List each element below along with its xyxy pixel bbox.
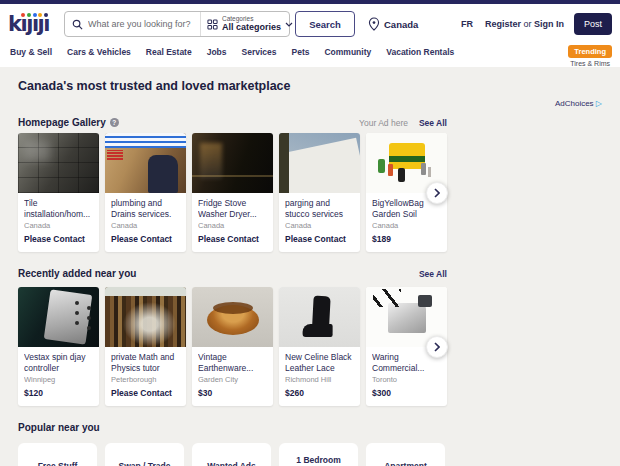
image-shape: [378, 159, 385, 173]
listing-image: [105, 287, 186, 347]
language-toggle[interactable]: FR: [461, 19, 473, 29]
nav-item-community[interactable]: Community: [324, 47, 371, 57]
grid-icon: [207, 19, 218, 30]
search-input[interactable]: [88, 19, 200, 29]
register-signin-link[interactable]: Register or Sign In: [485, 19, 564, 29]
nav-item-real-estate[interactable]: Real Estate: [146, 47, 192, 57]
image-shape: [148, 155, 178, 193]
listing-card[interactable]: plumbing and Drains services. ... Canada…: [105, 133, 186, 252]
listing-title: private Math and Physics tutor: [111, 352, 180, 374]
recently-added-section: Recently added near you See All Vestax s…: [18, 268, 447, 406]
popular-button-apartment[interactable]: Apartment: [366, 443, 445, 466]
listing-price: Please Contact: [198, 234, 267, 244]
listing-location: Garden City: [198, 375, 267, 385]
listing-image: [18, 287, 99, 347]
listing-image: [105, 133, 186, 193]
image-shape: [279, 133, 289, 193]
listing-title: Tile installation/hom...: [24, 198, 93, 220]
listing-price: Please Contact: [111, 234, 180, 244]
listing-card[interactable]: Tile installation/hom... Canada Please C…: [18, 133, 99, 252]
image-shape: [279, 138, 360, 193]
listing-location: Canada: [198, 221, 267, 231]
nav-item-jobs[interactable]: Jobs: [207, 47, 227, 57]
image-shape: [200, 143, 222, 179]
nav-item-vacation-rentals[interactable]: Vacation Rentals: [386, 47, 454, 57]
register-label: Register: [485, 19, 521, 29]
popular-button-wanted-ads[interactable]: Wanted Ads: [192, 443, 271, 466]
nav-item-pets[interactable]: Pets: [292, 47, 310, 57]
listing-card[interactable]: Vestax spin djay controller Winnipeg $12…: [18, 287, 99, 406]
search-button[interactable]: Search: [295, 11, 355, 37]
listing-title: New Celine Black Leather Lace Up...: [285, 352, 354, 374]
listing-title: Fridge Stove Washer Dryer...: [198, 198, 267, 220]
gallery-section-title: Homepage Gallery: [18, 117, 106, 128]
popular-button-free-stuff[interactable]: Free Stuff: [18, 443, 97, 466]
trending-badge[interactable]: Trending: [568, 45, 612, 58]
listing-location: Canada: [285, 221, 354, 231]
post-ad-button[interactable]: Post: [574, 13, 612, 35]
image-shape: [192, 175, 273, 177]
popular-button-swap-trade[interactable]: Swap / Trade: [105, 443, 184, 466]
chevron-right-icon: [434, 188, 440, 198]
listing-location: Canada: [111, 221, 180, 231]
categories-dropdown[interactable]: Categories All categories: [200, 12, 299, 36]
your-ad-here-link[interactable]: Your Ad here: [359, 118, 408, 128]
nav-item-cars-vehicles[interactable]: Cars & Vehicles: [67, 47, 131, 57]
listing-image: [192, 133, 273, 193]
listing-price: $189: [372, 234, 441, 244]
image-shape: [107, 150, 123, 160]
popular-button-1-bedroom-apartment[interactable]: 1 Bedroom Apartment: [279, 443, 358, 466]
homepage-gallery-section: Homepage Gallery ? Your Ad here See All …: [18, 117, 447, 252]
trending-widget: Trending Tires & Rims: [568, 40, 612, 67]
image-shape: [389, 143, 425, 169]
trending-item-label[interactable]: Tires & Rims: [568, 60, 612, 67]
image-shape: [388, 303, 426, 333]
listing-card[interactable]: private Math and Physics tutor Peterboro…: [105, 287, 186, 406]
recent-next-button[interactable]: [426, 336, 448, 358]
main-content: Canada's most trusted and loved marketpl…: [0, 79, 620, 466]
location-selector[interactable]: Canada: [368, 17, 418, 31]
image-shape: [373, 289, 401, 307]
listing-price: $300: [372, 388, 441, 398]
category-nav: Buy & Sell Cars & Vehicles Real Estate J…: [8, 38, 612, 67]
listing-image: [279, 133, 360, 193]
listing-price: Please Contact: [111, 388, 180, 398]
listing-location: Peterborough: [111, 375, 180, 385]
adchoices-link[interactable]: AdChoices ▷: [18, 99, 602, 108]
adchoices-icon: ▷: [596, 99, 602, 108]
popular-section-title: Popular near you: [18, 422, 100, 433]
page-tagline: Canada's most trusted and loved marketpl…: [18, 79, 602, 93]
listing-card[interactable]: Vintage Earthenware... Garden City $30: [192, 287, 273, 406]
listing-image: [279, 287, 360, 347]
listing-location: Richmond Hill: [285, 375, 354, 385]
listing-card[interactable]: parging and stucco services Canada Pleas…: [279, 133, 360, 252]
image-shape: [105, 133, 186, 148]
kijiji-logo[interactable]: kıȷıȷı: [8, 14, 56, 35]
nav-item-services[interactable]: Services: [242, 47, 277, 57]
gallery-next-button[interactable]: [426, 182, 448, 204]
chevron-down-icon: [285, 22, 293, 27]
location-pin-icon: [368, 17, 380, 31]
listing-location: Toronto: [372, 375, 441, 385]
listing-card[interactable]: Fridge Stove Washer Dryer... Canada Plea…: [192, 133, 273, 252]
listing-price: $120: [24, 388, 93, 398]
listing-card[interactable]: New Celine Black Leather Lace Up... Rich…: [279, 287, 360, 406]
listing-location: Canada: [372, 221, 441, 231]
listing-location: Canada: [24, 221, 93, 231]
listing-price: $260: [285, 388, 354, 398]
image-shape: [75, 301, 79, 305]
nav-item-buy-sell[interactable]: Buy & Sell: [10, 47, 52, 57]
or-label: or: [523, 19, 531, 29]
help-icon[interactable]: ?: [110, 118, 119, 127]
signin-label: Sign In: [534, 19, 564, 29]
listing-title: plumbing and Drains services. ...: [111, 198, 180, 220]
listing-title: Vestax spin djay controller: [24, 352, 93, 374]
listing-location: Winnipeg: [24, 375, 93, 385]
gallery-see-all-link[interactable]: See All: [419, 118, 447, 128]
image-shape: [302, 324, 332, 337]
listing-title: parging and stucco services: [285, 198, 354, 220]
recent-section-title: Recently added near you: [18, 268, 136, 279]
recent-card-row: Vestax spin djay controller Winnipeg $12…: [18, 287, 447, 406]
image-shape: [213, 302, 253, 314]
recent-see-all-link[interactable]: See All: [419, 269, 447, 279]
